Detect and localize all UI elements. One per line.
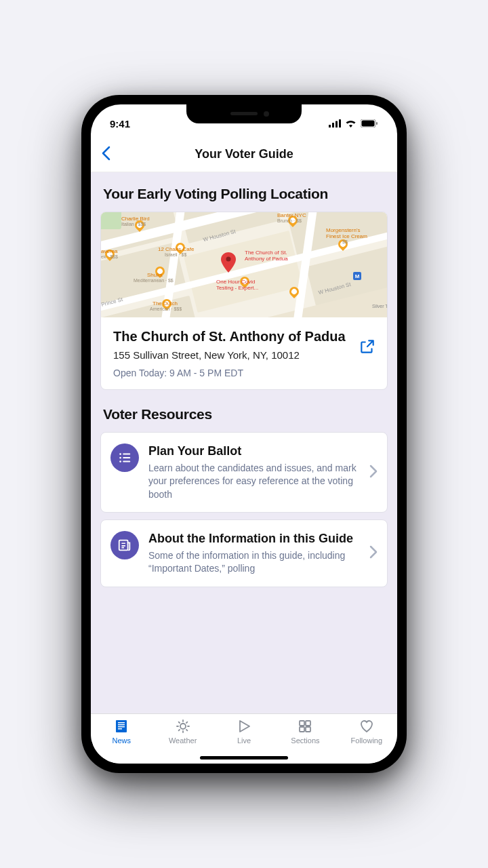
- polling-heading: Your Early Voting Polling Location: [103, 186, 385, 202]
- notch: [186, 104, 302, 123]
- poi-label: Silver Towe: [372, 304, 387, 309]
- sections-tab-icon: [297, 718, 313, 734]
- page-title: Your Voter Guide: [119, 147, 388, 161]
- chevron-right-icon: [369, 465, 378, 481]
- resource-plan-ballot[interactable]: Plan Your Ballot Learn about the candida…: [100, 432, 388, 513]
- svg-line-31: [178, 730, 179, 730]
- poi-label: Banter NYC: [277, 212, 306, 218]
- resource-desc: Learn about the candidates and issues, a…: [148, 462, 360, 502]
- location-info: The Church of St. Anthony of Padua 155 S…: [101, 317, 387, 389]
- svg-point-8: [119, 453, 121, 455]
- following-tab-icon: [359, 718, 375, 734]
- tab-label: Following: [351, 736, 382, 745]
- poi-label: Morgenstern's Finest Ice Cream: [326, 227, 367, 239]
- svg-point-7: [226, 256, 231, 261]
- poi-label: One Hour Covid Testing - Expert...: [216, 279, 258, 291]
- chevron-right-icon: [369, 545, 378, 561]
- poi-label: Shuka: [147, 272, 163, 278]
- tab-label: Live: [237, 736, 251, 745]
- svg-point-10: [119, 460, 121, 462]
- svg-rect-6: [376, 122, 378, 125]
- status-indicators: [329, 119, 378, 127]
- poi-label: 12 Chairs Cafe: [158, 246, 194, 252]
- tab-label: Weather: [169, 736, 197, 745]
- weather-tab-icon: [175, 718, 191, 734]
- svg-rect-22: [118, 728, 122, 730]
- resource-title: Plan Your Ballot: [148, 443, 360, 459]
- back-button[interactable]: [100, 146, 119, 163]
- svg-rect-2: [336, 121, 338, 128]
- phone-frame: 9:41 Your Voter Guide Your Early Voting …: [81, 95, 407, 773]
- svg-rect-0: [329, 125, 331, 127]
- svg-line-28: [178, 722, 179, 723]
- polling-location-card[interactable]: Charlie Bird Italian · $$$ 12 Chairs Caf…: [100, 212, 388, 390]
- screen: 9:41 Your Voter Guide Your Early Voting …: [91, 104, 397, 764]
- poi-label: The Dutch: [152, 300, 178, 307]
- svg-rect-1: [332, 123, 334, 127]
- status-time: 9:41: [110, 118, 130, 130]
- external-link-icon: [359, 338, 376, 355]
- map-center-label: The Church of St. Anthony of Padua: [245, 250, 288, 262]
- map-pin-icon: [221, 252, 236, 273]
- location-address: 155 Sullivan Street, New York, NY, 10012: [113, 349, 375, 361]
- svg-rect-5: [362, 121, 375, 127]
- svg-line-29: [186, 730, 187, 730]
- wifi-icon: [345, 119, 357, 127]
- home-indicator[interactable]: [200, 756, 288, 760]
- resource-desc: Some of the information in this guide, i…: [148, 549, 360, 576]
- svg-point-23: [180, 724, 186, 729]
- poi-sub: Israeli · $$: [165, 252, 186, 257]
- external-link-button[interactable]: [359, 338, 376, 358]
- poi-sub: Mediterranean · $$: [134, 278, 174, 283]
- poi-label: averna: [101, 248, 117, 254]
- svg-rect-34: [300, 727, 304, 732]
- resource-body: Plan Your Ballot Learn about the candida…: [148, 443, 360, 501]
- location-name: The Church of St. Anthony of Padua: [113, 328, 375, 345]
- live-tab-icon: [236, 718, 252, 734]
- list-icon: [110, 443, 139, 472]
- poi-sub: $$: [342, 239, 348, 244]
- svg-rect-3: [339, 119, 341, 127]
- resource-about-guide[interactable]: About the Information in this Guide Some…: [100, 519, 388, 587]
- news-icon: [110, 531, 139, 559]
- svg-point-9: [119, 457, 121, 459]
- poi-sub: Brunch · $$: [277, 218, 302, 223]
- tab-label: Sections: [291, 736, 319, 745]
- svg-rect-21: [118, 726, 125, 728]
- poi-sub: ek · $$$: [101, 254, 118, 259]
- resources-heading: Voter Resources: [103, 406, 385, 422]
- news-tab-icon: [113, 718, 129, 734]
- svg-line-30: [186, 722, 187, 723]
- poi-sub: American · $$$: [150, 307, 182, 311]
- metro-icon: M: [353, 272, 361, 280]
- poi-sub: Italian · $$$: [121, 222, 146, 226]
- tab-news[interactable]: News: [91, 718, 152, 764]
- svg-rect-32: [300, 721, 304, 726]
- resource-title: About the Information in this Guide: [148, 531, 360, 547]
- resource-body: About the Information in this Guide Some…: [148, 531, 360, 576]
- cellular-icon: [329, 119, 341, 127]
- nav-bar: Your Voter Guide: [91, 137, 397, 172]
- svg-rect-33: [306, 721, 310, 726]
- poi-label: Charlie Bird: [121, 216, 150, 222]
- svg-rect-14: [119, 540, 128, 551]
- location-hours: Open Today: 9 AM - 5 PM EDT: [113, 368, 375, 378]
- svg-rect-20: [118, 724, 125, 726]
- tab-following[interactable]: Following: [336, 718, 397, 764]
- svg-rect-19: [118, 722, 125, 724]
- content-area[interactable]: Your Early Voting Polling Location: [91, 172, 397, 713]
- svg-rect-35: [306, 727, 310, 732]
- battery-icon: [361, 119, 378, 127]
- map-view[interactable]: Charlie Bird Italian · $$$ 12 Chairs Caf…: [101, 212, 387, 317]
- chevron-left-icon: [100, 146, 111, 161]
- tab-label: News: [112, 736, 131, 745]
